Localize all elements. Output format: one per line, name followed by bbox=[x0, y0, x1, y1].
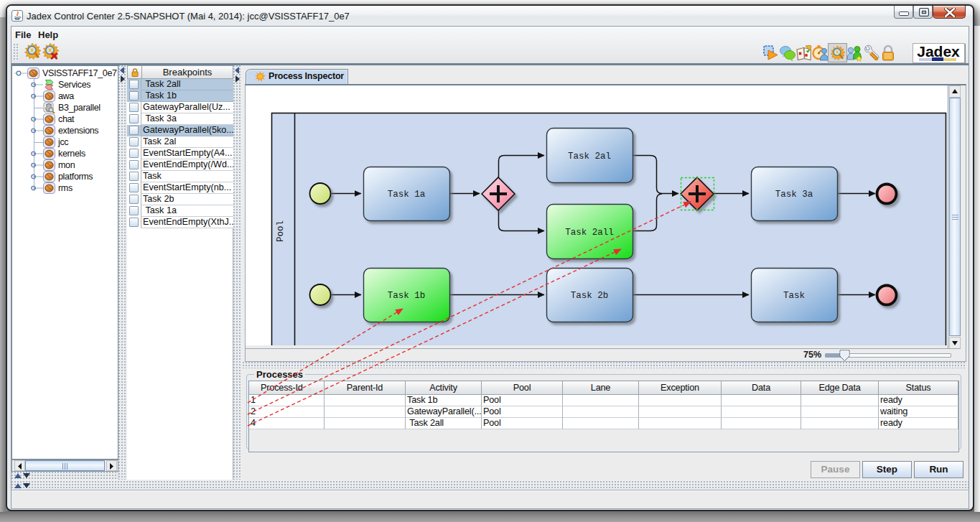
svg-text:Pool: Pool bbox=[276, 220, 286, 242]
svg-text:Task 3a: Task 3a bbox=[775, 190, 813, 200]
svg-text:Task: Task bbox=[783, 291, 805, 301]
svg-text:Task 2b: Task 2b bbox=[571, 291, 609, 301]
svg-text:Task 1a: Task 1a bbox=[388, 190, 426, 200]
svg-text:Jadex: Jadex bbox=[917, 44, 960, 60]
svg-text:Task 2al: Task 2al bbox=[568, 152, 611, 162]
svg-text:Task 1b: Task 1b bbox=[388, 291, 426, 301]
svg-text:Task 2all: Task 2all bbox=[565, 228, 614, 238]
